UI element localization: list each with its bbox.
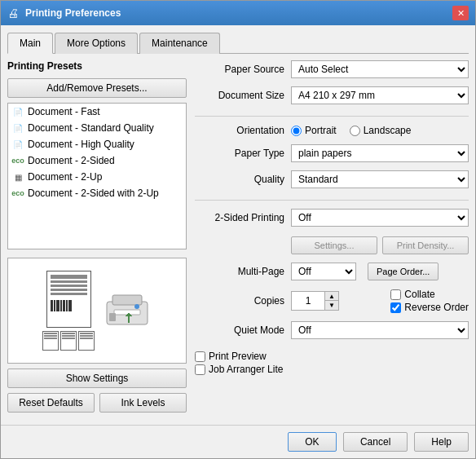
print-preview-option[interactable]: Print Preview — [195, 351, 469, 362]
document-size-label: Document Size — [195, 90, 284, 101]
add-remove-presets-button[interactable]: Add/Remove Presets... — [7, 78, 187, 98]
print-density-button[interactable]: Print Density... — [382, 236, 469, 254]
document-icon: 📄 — [11, 138, 24, 151]
paper-type-select[interactable]: plain papers Matte Glossy — [291, 144, 469, 162]
preset-label: Document - Fast — [28, 106, 100, 117]
copies-row: Copies ▲ ▼ Collate — [195, 289, 469, 313]
preset-label: Document - High Quality — [28, 139, 134, 150]
eco-icon: eco — [11, 187, 24, 200]
quality-select[interactable]: Standard Fine Economy — [291, 170, 469, 188]
copies-increment-button[interactable]: ▲ — [325, 292, 338, 301]
print-preview-checkbox[interactable] — [195, 351, 205, 362]
list-item[interactable]: eco Document - 2-Sided — [8, 152, 186, 169]
document-size-select[interactable]: A4 210 x 297 mm Letter 8.5 x 11 in — [291, 86, 469, 104]
left-buttons: Show Settings Reset Defaults Ink Levels — [7, 369, 187, 413]
eco-icon: eco — [11, 154, 24, 167]
document-icon: ▦ — [11, 170, 24, 183]
quiet-mode-control: Off On — [291, 321, 469, 339]
landscape-radio[interactable] — [350, 126, 360, 136]
document-size-control: A4 210 x 297 mm Letter 8.5 x 11 in — [291, 86, 469, 104]
collate-checkbox[interactable] — [390, 289, 401, 300]
list-item[interactable]: eco Document - 2-Sided with 2-Up — [8, 185, 186, 201]
landscape-label: Landscape — [364, 125, 412, 136]
tab-maintenance[interactable]: Maintenance — [139, 33, 220, 54]
page-order-button[interactable]: Page Order... — [368, 263, 439, 280]
title-bar-left: 🖨 Printing Preferences — [7, 7, 121, 20]
two-sided-row: 2-Sided Printing Off On - Flip on Long E… — [195, 209, 469, 227]
right-panel: Paper Source Auto Select Sheet Feeder Re… — [195, 60, 469, 418]
copies-label: Copies — [195, 295, 284, 307]
copies-spinner: ▲ ▼ — [324, 292, 338, 310]
cancel-button[interactable]: Cancel — [343, 432, 408, 452]
quiet-mode-row: Quiet Mode Off On — [195, 321, 469, 339]
printer-icon: 🖨 — [7, 7, 20, 20]
separator-2 — [195, 200, 469, 201]
two-sided-select[interactable]: Off On - Flip on Long Edge On - Flip on … — [291, 209, 469, 227]
svg-rect-4 — [109, 313, 116, 321]
multipage-label: Multi-Page — [195, 266, 284, 277]
multipage-select[interactable]: Off 2-Up 4-Up — [291, 263, 356, 280]
orientation-label: Orientation — [195, 125, 284, 136]
portrait-label: Portrait — [305, 125, 337, 136]
preset-label: Document - Standard Quality — [28, 122, 154, 134]
paper-type-row: Paper Type plain papers Matte Glossy — [195, 144, 469, 162]
separator-1 — [195, 116, 469, 117]
presets-list[interactable]: 📄 Document - Fast 📄 Document - Standard … — [7, 103, 187, 249]
copies-decrement-button[interactable]: ▼ — [325, 301, 338, 310]
paper-source-label: Paper Source — [195, 64, 284, 75]
bottom-checkboxes: Print Preview Job Arranger Lite — [195, 351, 469, 375]
quality-label: Quality — [195, 174, 284, 185]
collate-option[interactable]: Collate — [390, 289, 469, 300]
close-button[interactable]: ✕ — [452, 6, 469, 20]
window-title: Printing Preferences — [25, 7, 121, 19]
list-item[interactable]: ▦ Document - 2-Up — [8, 169, 186, 185]
reset-defaults-button[interactable]: Reset Defaults — [7, 393, 95, 413]
copies-input[interactable] — [292, 292, 324, 310]
preset-label: Document - 2-Sided with 2-Up — [28, 188, 159, 199]
document-icon: 📄 — [11, 121, 24, 135]
quality-row: Quality Standard Fine Economy — [195, 170, 469, 188]
svg-point-3 — [134, 304, 139, 309]
list-item[interactable]: 📄 Document - Standard Quality — [8, 120, 186, 136]
portrait-option[interactable]: Portrait — [291, 125, 337, 136]
two-sided-label: 2-Sided Printing — [195, 212, 284, 223]
paper-type-label: Paper Type — [195, 148, 284, 159]
two-sided-control: Off On - Flip on Long Edge On - Flip on … — [291, 209, 469, 227]
paper-thumbnail — [46, 271, 91, 328]
reverse-order-label: Reverse Order — [404, 302, 469, 313]
multipage-control: Off 2-Up 4-Up — [291, 263, 356, 280]
quality-control: Standard Fine Economy — [291, 170, 469, 188]
ink-levels-button[interactable]: Ink Levels — [99, 393, 187, 413]
print-preview-label: Print Preview — [209, 351, 267, 362]
bottom-buttons-row: Reset Defaults Ink Levels — [7, 393, 187, 413]
settings-density-row: Settings... Print Density... — [291, 236, 469, 254]
list-item[interactable]: 📄 Document - High Quality — [8, 136, 186, 152]
reverse-order-option[interactable]: Reverse Order — [390, 302, 469, 313]
list-item[interactable]: 📄 Document - Fast — [8, 104, 186, 120]
paper-type-control: plain papers Matte Glossy — [291, 144, 469, 162]
printer-thumbnail — [103, 285, 152, 337]
copies-input-group: ▲ ▼ — [291, 291, 339, 311]
orientation-options: Portrait Landscape — [291, 125, 469, 136]
tab-main[interactable]: Main — [7, 33, 53, 54]
settings-button[interactable]: Settings... — [291, 236, 377, 254]
svg-rect-2 — [114, 310, 140, 315]
portrait-radio[interactable] — [291, 126, 302, 136]
document-icon: 📄 — [11, 105, 24, 118]
landscape-option[interactable]: Landscape — [350, 125, 412, 136]
job-arranger-option[interactable]: Job Arranger Lite — [195, 364, 469, 375]
copies-checkboxes: Collate Reverse Order — [390, 289, 469, 313]
paper-source-select[interactable]: Auto Select Sheet Feeder Rear Feed — [291, 60, 469, 78]
printing-preferences-window: 🖨 Printing Preferences ✕ Main More Optio… — [0, 0, 476, 459]
preset-label: Document - 2-Sided — [28, 155, 115, 166]
help-button[interactable]: Help — [414, 432, 469, 452]
job-arranger-checkbox[interactable] — [195, 364, 205, 375]
orientation-row: Orientation Portrait Landscape — [195, 125, 469, 136]
ok-button[interactable]: OK — [288, 432, 337, 452]
quiet-mode-select[interactable]: Off On — [291, 321, 469, 339]
tab-more-options[interactable]: More Options — [55, 33, 138, 54]
multipage-row: Multi-Page Off 2-Up 4-Up Page Order... — [195, 263, 469, 280]
left-panel: Printing Presets Add/Remove Presets... 📄… — [7, 60, 187, 418]
reverse-order-checkbox[interactable] — [390, 302, 401, 313]
show-settings-button[interactable]: Show Settings — [7, 369, 187, 388]
